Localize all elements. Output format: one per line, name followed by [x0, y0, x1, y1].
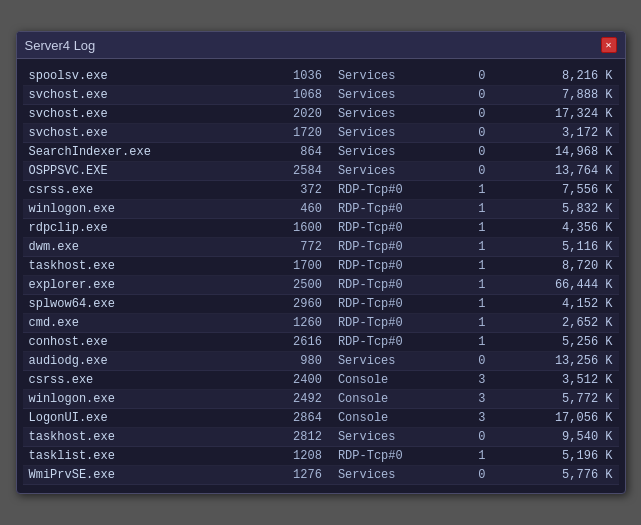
table-row: cmd.exe 1260 RDP-Tcp#0 1 2,652 K — [23, 314, 619, 333]
process-name: explorer.exe — [23, 276, 248, 295]
session-num: 1 — [458, 295, 506, 314]
pid: 2500 — [248, 276, 328, 295]
session-num: 0 — [458, 124, 506, 143]
session-num: 1 — [458, 314, 506, 333]
memory: 17,056 K — [506, 409, 619, 428]
table-row: taskhost.exe 1700 RDP-Tcp#0 1 8,720 K — [23, 257, 619, 276]
process-name: csrss.exe — [23, 371, 248, 390]
memory: 7,556 K — [506, 181, 619, 200]
table-row: audiodg.exe 980 Services 0 13,256 K — [23, 352, 619, 371]
table-row: svchost.exe 1720 Services 0 3,172 K — [23, 124, 619, 143]
table-row: dwm.exe 772 RDP-Tcp#0 1 5,116 K — [23, 238, 619, 257]
process-name: OSPPSVC.EXE — [23, 162, 248, 181]
session-num: 1 — [458, 238, 506, 257]
session: Services — [328, 352, 458, 371]
process-name: svchost.exe — [23, 86, 248, 105]
window-title: Server4 Log — [25, 38, 96, 53]
memory: 2,652 K — [506, 314, 619, 333]
session-num: 1 — [458, 276, 506, 295]
session-num: 1 — [458, 181, 506, 200]
table-container: spoolsv.exe 1036 Services 0 8,216 K svch… — [17, 59, 625, 493]
title-bar: Server4 Log ✕ — [17, 32, 625, 59]
pid: 2020 — [248, 105, 328, 124]
session-num: 0 — [458, 105, 506, 124]
pid: 1260 — [248, 314, 328, 333]
session: Console — [328, 409, 458, 428]
session-num: 1 — [458, 219, 506, 238]
process-name: winlogon.exe — [23, 200, 248, 219]
pid: 2960 — [248, 295, 328, 314]
pid: 864 — [248, 143, 328, 162]
session-num: 0 — [458, 466, 506, 485]
table-row: winlogon.exe 2492 Console 3 5,772 K — [23, 390, 619, 409]
pid: 2812 — [248, 428, 328, 447]
pid: 2584 — [248, 162, 328, 181]
memory: 13,764 K — [506, 162, 619, 181]
pid: 772 — [248, 238, 328, 257]
table-row: svchost.exe 1068 Services 0 7,888 K — [23, 86, 619, 105]
pid: 1036 — [248, 67, 328, 86]
table-row: LogonUI.exe 2864 Console 3 17,056 K — [23, 409, 619, 428]
process-name: csrss.exe — [23, 181, 248, 200]
session: Services — [328, 466, 458, 485]
pid: 2616 — [248, 333, 328, 352]
memory: 7,888 K — [506, 86, 619, 105]
table-row: winlogon.exe 460 RDP-Tcp#0 1 5,832 K — [23, 200, 619, 219]
pid: 980 — [248, 352, 328, 371]
session: Services — [328, 143, 458, 162]
memory: 3,512 K — [506, 371, 619, 390]
session-num: 0 — [458, 428, 506, 447]
session: Services — [328, 105, 458, 124]
memory: 5,256 K — [506, 333, 619, 352]
session: RDP-Tcp#0 — [328, 333, 458, 352]
session: RDP-Tcp#0 — [328, 200, 458, 219]
memory: 5,772 K — [506, 390, 619, 409]
session-num: 0 — [458, 67, 506, 86]
memory: 17,324 K — [506, 105, 619, 124]
process-name: svchost.exe — [23, 105, 248, 124]
session-num: 0 — [458, 162, 506, 181]
process-name: conhost.exe — [23, 333, 248, 352]
session-num: 0 — [458, 352, 506, 371]
close-button[interactable]: ✕ — [601, 37, 617, 53]
session-num: 0 — [458, 143, 506, 162]
session: RDP-Tcp#0 — [328, 219, 458, 238]
table-row: splwow64.exe 2960 RDP-Tcp#0 1 4,152 K — [23, 295, 619, 314]
session: Services — [328, 428, 458, 447]
process-name: taskhost.exe — [23, 257, 248, 276]
memory: 9,540 K — [506, 428, 619, 447]
table-row: OSPPSVC.EXE 2584 Services 0 13,764 K — [23, 162, 619, 181]
session: RDP-Tcp#0 — [328, 314, 458, 333]
session-num: 1 — [458, 200, 506, 219]
session: RDP-Tcp#0 — [328, 295, 458, 314]
memory: 4,356 K — [506, 219, 619, 238]
table-row: csrss.exe 2400 Console 3 3,512 K — [23, 371, 619, 390]
memory: 5,116 K — [506, 238, 619, 257]
session-num: 3 — [458, 371, 506, 390]
table-row: explorer.exe 2500 RDP-Tcp#0 1 66,444 K — [23, 276, 619, 295]
session: RDP-Tcp#0 — [328, 181, 458, 200]
memory: 14,968 K — [506, 143, 619, 162]
table-row: WmiPrvSE.exe 1276 Services 0 5,776 K — [23, 466, 619, 485]
process-name: WmiPrvSE.exe — [23, 466, 248, 485]
process-name: svchost.exe — [23, 124, 248, 143]
session: Console — [328, 371, 458, 390]
session: Services — [328, 124, 458, 143]
table-row: tasklist.exe 1208 RDP-Tcp#0 1 5,196 K — [23, 447, 619, 466]
session-num: 0 — [458, 86, 506, 105]
process-name: splwow64.exe — [23, 295, 248, 314]
process-name: tasklist.exe — [23, 447, 248, 466]
session-num: 1 — [458, 447, 506, 466]
process-name: dwm.exe — [23, 238, 248, 257]
log-window: Server4 Log ✕ spoolsv.exe 1036 Services … — [16, 31, 626, 494]
memory: 4,152 K — [506, 295, 619, 314]
session-num: 3 — [458, 390, 506, 409]
session: RDP-Tcp#0 — [328, 257, 458, 276]
pid: 1276 — [248, 466, 328, 485]
process-name: cmd.exe — [23, 314, 248, 333]
session-num: 3 — [458, 409, 506, 428]
table-row: conhost.exe 2616 RDP-Tcp#0 1 5,256 K — [23, 333, 619, 352]
session-num: 1 — [458, 257, 506, 276]
session: Console — [328, 390, 458, 409]
table-row: spoolsv.exe 1036 Services 0 8,216 K — [23, 67, 619, 86]
